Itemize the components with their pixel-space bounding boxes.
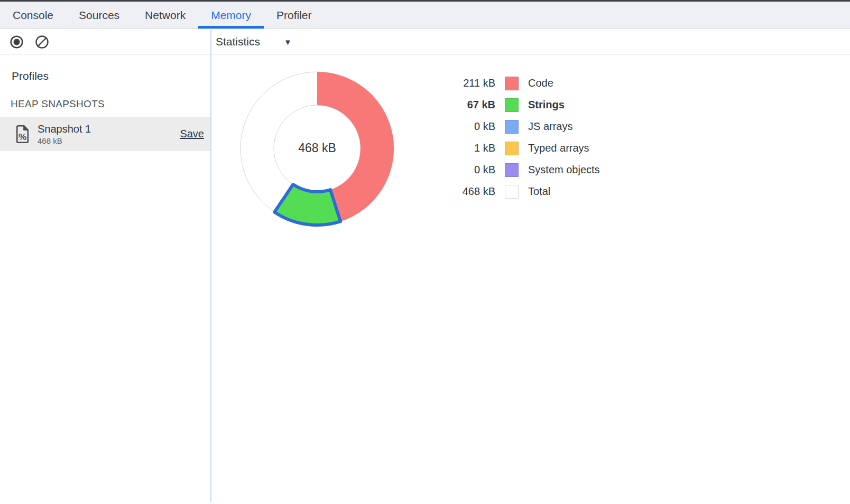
legend-row-total[interactable]: 468 kBTotal [447, 181, 600, 202]
tab-sources[interactable]: Sources [66, 2, 132, 29]
legend-label: Typed arrays [528, 142, 589, 154]
clear-profiles-button[interactable] [35, 35, 49, 49]
toolbar-right-section: Statistics ▼ [211, 30, 850, 54]
legend-row-code[interactable]: 211 kBCode [447, 72, 600, 94]
save-snapshot-link[interactable]: Save [180, 128, 204, 140]
sidebar-title: Profiles [12, 70, 210, 82]
record-icon [10, 35, 24, 49]
legend-row-typed-arrays[interactable]: 1 kBTyped arrays [447, 137, 600, 159]
snapshot-size: 468 kB [38, 136, 91, 145]
tab-console[interactable]: Console [0, 2, 66, 29]
memory-toolbar: Statistics ▼ [0, 30, 850, 54]
legend-row-js-arrays[interactable]: 0 kBJS arrays [447, 116, 600, 137]
legend-label: Code [528, 77, 553, 89]
legend-swatch [505, 163, 519, 177]
legend-value: 67 kB [447, 99, 495, 111]
legend-swatch [505, 120, 519, 134]
legend-row-system-objects[interactable]: 0 kBSystem objects [447, 159, 600, 181]
snapshot-list-item[interactable]: % Snapshot 1 468 kB Save [0, 117, 210, 151]
snapshot-texts: Snapshot 1 468 kB [38, 123, 91, 145]
snapshot-name: Snapshot 1 [38, 123, 91, 135]
statistics-legend: 211 kBCode67 kBStrings0 kBJS arrays1 kBT… [447, 72, 600, 202]
legend-value: 211 kB [447, 77, 495, 89]
svg-text:%: % [19, 132, 26, 142]
legend-label: Total [528, 185, 550, 198]
tab-memory[interactable]: Memory [198, 2, 264, 29]
legend-swatch [505, 98, 519, 112]
tab-network[interactable]: Network [132, 2, 198, 29]
legend-label: System objects [528, 164, 600, 176]
legend-row-strings[interactable]: 67 kBStrings [447, 94, 600, 116]
tab-profiler[interactable]: Profiler [264, 2, 325, 29]
legend-value: 0 kB [447, 164, 495, 176]
legend-value: 0 kB [447, 120, 495, 133]
devtools-window: Console Sources Network Memory Profiler … [0, 0, 850, 504]
heap-snapshot-file-icon: % [16, 125, 30, 144]
legend-value: 468 kB [447, 185, 495, 198]
statistics-panel: 468 kB 211 kBCode67 kBStrings0 kBJS arra… [211, 55, 850, 504]
donut-center-total: 468 kB [233, 141, 402, 155]
legend-swatch [505, 77, 519, 90]
legend-value: 1 kB [447, 142, 495, 154]
profiles-sidebar: Profiles HEAP SNAPSHOTS % Snapshot 1 468… [0, 55, 210, 504]
chevron-down-icon[interactable]: ▼ [284, 38, 292, 46]
clear-icon [35, 35, 49, 49]
heap-snapshots-section-header: HEAP SNAPSHOTS [11, 98, 210, 110]
perspective-select[interactable]: Statistics [216, 35, 260, 48]
devtools-tab-bar: Console Sources Network Memory Profiler [0, 2, 850, 29]
legend-swatch [505, 185, 519, 199]
legend-label: JS arrays [528, 120, 572, 133]
legend-label: Strings [528, 99, 565, 111]
record-heap-snapshot-button[interactable] [10, 35, 24, 49]
legend-swatch [505, 142, 519, 155]
donut-slice-strings[interactable] [274, 184, 340, 225]
toolbar-left-section [0, 30, 210, 54]
